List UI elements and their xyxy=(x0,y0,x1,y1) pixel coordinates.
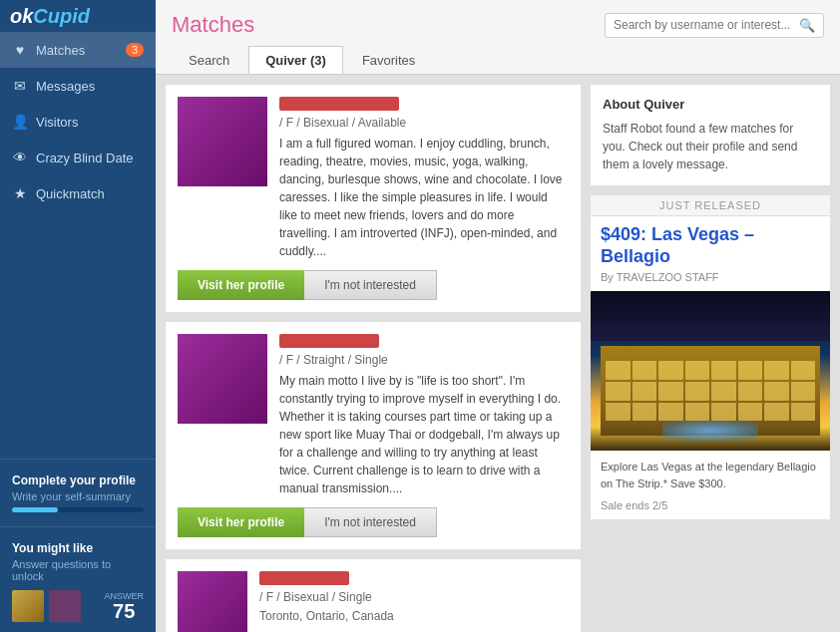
search-input[interactable] xyxy=(614,18,799,32)
profile-progress-bar xyxy=(12,507,144,512)
match-bio-1: I am a full figured woman. I enjoy cuddl… xyxy=(279,135,569,260)
match-info-3: / F / Bisexual / Single Toronto, Ontario… xyxy=(259,571,569,632)
page-title: Matches xyxy=(172,12,254,38)
profile-bar-fill xyxy=(12,507,58,512)
quiver-box: About Quiver Staff Robot found a few mat… xyxy=(591,85,830,185)
answer-num: 75 xyxy=(104,601,144,621)
match-preview: Answer 75 xyxy=(12,590,144,622)
match-name-2 xyxy=(279,334,379,348)
ad-fountain xyxy=(662,421,758,441)
message-icon: ✉ xyxy=(12,78,28,94)
match-photo-2-img xyxy=(178,334,267,424)
ad-label: JUST RELEASED xyxy=(591,195,830,216)
visit-profile-button-2[interactable]: Visit her profile xyxy=(178,507,304,537)
sidebar-item-visitors[interactable]: 👤 Visitors xyxy=(0,104,156,140)
profile-title: Complete your profile xyxy=(12,474,144,487)
ad-box: JUST RELEASED $409: Las Vegas – Bellagio… xyxy=(591,195,830,519)
match-name-1 xyxy=(279,97,399,111)
avatar-1-img xyxy=(12,590,44,622)
ad-sale: Sale ends 2/5 xyxy=(591,499,830,519)
star-icon: ★ xyxy=(12,185,28,201)
match-card-2: / F / Straight / Single My main motto I … xyxy=(166,322,581,549)
matches-label: Matches xyxy=(36,43,85,58)
sidebar-item-quickmatch[interactable]: ★ Quickmatch xyxy=(0,175,156,211)
sidebar-item-messages[interactable]: ✉ Messages xyxy=(0,68,156,104)
content-area: / F / Bisexual / Available I am a full f… xyxy=(156,75,840,632)
quickmatch-label: Quickmatch xyxy=(36,186,105,201)
logo-text: ok xyxy=(10,5,33,28)
not-interested-button-1[interactable]: I'm not interested xyxy=(304,270,437,300)
quiver-text: Staff Robot found a few matches for you.… xyxy=(603,120,818,173)
visitors-label: Visitors xyxy=(36,115,78,130)
ad-description: Explore Las Vegas at the legendary Bella… xyxy=(591,451,830,499)
match-info-2: / F / Straight / Single My main motto I … xyxy=(279,334,569,497)
tab-quiver[interactable]: Quiver (3) xyxy=(248,46,343,74)
match-bio-2: My main motto I live by is "life is too … xyxy=(279,372,569,497)
match-photo-1[interactable] xyxy=(178,97,267,186)
sidebar-item-crazy-blind-date[interactable]: 👁 Crazy Blind Date xyxy=(0,140,156,175)
match-photo-3-img xyxy=(178,571,247,632)
quiver-title: About Quiver xyxy=(603,97,818,112)
ad-sky xyxy=(591,291,830,341)
avatar-1 xyxy=(12,590,44,622)
match-card-1-top: / F / Bisexual / Available I am a full f… xyxy=(178,97,569,260)
heart-icon: ♥ xyxy=(12,42,28,58)
match-card-3: / F / Bisexual / Single Toronto, Ontario… xyxy=(166,559,581,632)
crazy-blind-date-label: Crazy Blind Date xyxy=(36,151,134,165)
ad-by: By TRAVELZOO STAFF xyxy=(591,271,830,291)
profile-subtitle: Write your self-summary xyxy=(12,490,144,502)
match-card-2-top: / F / Straight / Single My main motto I … xyxy=(178,334,569,497)
match-details-3: / F / Bisexual / Single xyxy=(259,590,569,604)
match-photo-1-img xyxy=(178,97,267,186)
sidebar: ok Cupid ♥ Matches 3 ✉ Messages 👤 Visito… xyxy=(0,0,156,632)
visitors-icon: 👤 xyxy=(12,114,28,130)
ad-deal-title: $409: Las Vegas – Bellagio xyxy=(591,216,830,271)
ad-image xyxy=(591,291,830,451)
match-actions-2: Visit her profile I'm not interested xyxy=(178,507,569,537)
tabs: Search Quiver (3) Favorites xyxy=(172,46,824,74)
match-details-1: / F / Bisexual / Available xyxy=(279,116,569,130)
eye-icon: 👁 xyxy=(12,150,28,165)
answer-block: Answer 75 xyxy=(104,591,144,621)
divider-2 xyxy=(0,526,156,527)
logo: ok Cupid xyxy=(0,0,156,32)
sidebar-nav: ♥ Matches 3 ✉ Messages 👤 Visitors 👁 Craz… xyxy=(0,32,156,455)
not-interested-button-2[interactable]: I'm not interested xyxy=(304,507,437,537)
ad-windows xyxy=(606,361,815,421)
tab-search[interactable]: Search xyxy=(172,46,246,74)
matches-badge: 3 xyxy=(126,43,144,57)
you-might-like-subtitle: Answer questions to unlock xyxy=(12,558,144,582)
logo-cupid: Cupid xyxy=(33,5,90,28)
match-details-2: / F / Straight / Single xyxy=(279,353,569,367)
match-photo-3[interactable] xyxy=(178,571,247,632)
you-might-like-title: You might like xyxy=(12,541,144,555)
match-name-3 xyxy=(259,571,349,585)
match-card-1: / F / Bisexual / Available I am a full f… xyxy=(166,85,581,312)
main-content: Matches 🔍 Search Quiver (3) Favorites xyxy=(156,0,840,632)
profile-section: Complete your profile Write your self-su… xyxy=(0,464,156,522)
messages-label: Messages xyxy=(36,79,95,94)
tab-favorites[interactable]: Favorites xyxy=(345,46,432,74)
avatar-2 xyxy=(49,590,81,622)
sidebar-item-matches[interactable]: ♥ Matches 3 xyxy=(0,32,156,68)
matches-list: / F / Bisexual / Available I am a full f… xyxy=(166,85,581,622)
you-might-like-section: You might like Answer questions to unloc… xyxy=(0,531,156,632)
right-panel: About Quiver Staff Robot found a few mat… xyxy=(591,85,830,622)
header-top: Matches 🔍 xyxy=(172,12,824,38)
visit-profile-button-1[interactable]: Visit her profile xyxy=(178,270,304,300)
divider-1 xyxy=(0,459,156,460)
search-box[interactable]: 🔍 xyxy=(605,13,824,38)
match-actions-1: Visit her profile I'm not interested xyxy=(178,270,569,300)
search-icon: 🔍 xyxy=(799,18,815,33)
main-header: Matches 🔍 Search Quiver (3) Favorites xyxy=(156,0,840,75)
match-photo-2[interactable] xyxy=(178,334,267,424)
match-card-3-top: / F / Bisexual / Single Toronto, Ontario… xyxy=(178,571,569,632)
match-info-1: / F / Bisexual / Available I am a full f… xyxy=(279,97,569,260)
match-location-3: Toronto, Ontario, Canada xyxy=(259,609,569,623)
